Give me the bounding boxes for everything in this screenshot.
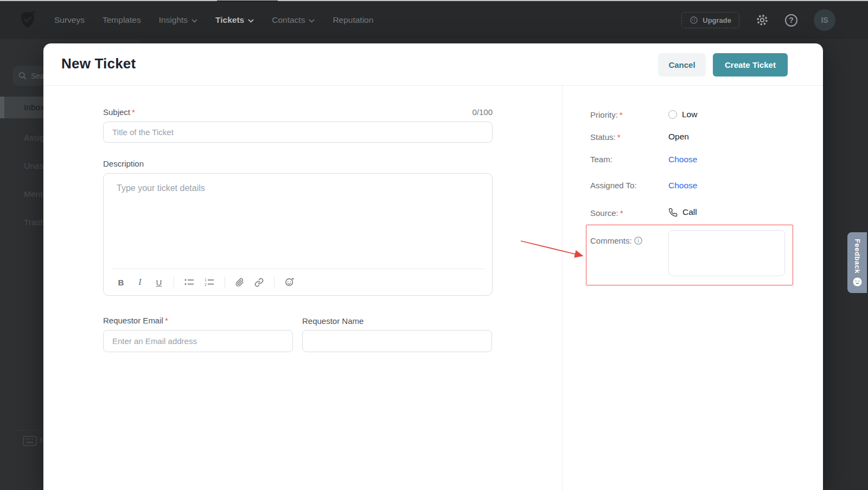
status-label: Status:* <box>590 132 621 142</box>
sidebar-footer-divider <box>15 430 42 431</box>
svg-text:1: 1 <box>205 278 207 282</box>
attach-file-button[interactable] <box>235 278 244 287</box>
description-label: Description <box>103 159 144 168</box>
requestor-name-label: Requestor Name <box>302 316 363 326</box>
user-avatar[interactable]: IS <box>814 9 835 31</box>
avatar-initials: IS <box>821 16 828 24</box>
numbered-list-icon: 1 2 <box>205 278 214 287</box>
modal-title: New Ticket <box>61 55 136 72</box>
link-icon <box>254 278 264 287</box>
nav-item-reputation[interactable]: Reputation <box>333 15 373 25</box>
priority-value: Low <box>668 110 697 119</box>
status-value[interactable]: Open <box>668 132 689 142</box>
requestor-email-label: Requestor Email* <box>103 316 168 325</box>
nav-label: Surveys <box>54 15 85 25</box>
help-button[interactable]: ? <box>785 14 797 27</box>
underline-button[interactable]: U <box>155 278 163 287</box>
modal-header: New Ticket Cancel Create Ticket <box>43 43 823 86</box>
chevron-down-icon <box>248 19 254 23</box>
subject-char-counter: 0/100 <box>103 107 493 117</box>
sidebar-item-label: Inbox <box>24 103 44 112</box>
source-label: Source:* <box>590 208 623 218</box>
question-mark-icon: ? <box>785 14 797 27</box>
new-ticket-modal: New Ticket Cancel Create Ticket Subject*… <box>43 43 823 490</box>
numbered-list-button[interactable]: 1 2 <box>205 278 214 287</box>
priority-value-text[interactable]: Low <box>682 110 697 119</box>
source-label-text: Source: <box>590 208 618 218</box>
nav-label: Tickets <box>215 15 244 25</box>
annotation-arrow <box>515 234 591 262</box>
chevron-down-icon <box>192 19 197 23</box>
feedback-tab[interactable]: Feedback <box>847 232 867 293</box>
app-root: Surveys Templates Insights Tickets Conta… <box>0 0 868 490</box>
requestor-name-input[interactable] <box>302 330 492 352</box>
emoji-button[interactable] <box>285 277 295 287</box>
bullet-list-icon <box>184 278 194 287</box>
subject-input[interactable] <box>103 122 493 143</box>
nav-item-contacts[interactable]: Contacts <box>272 15 315 25</box>
insert-link-button[interactable] <box>254 278 264 287</box>
smiley-icon <box>853 277 862 287</box>
phone-icon <box>668 208 678 217</box>
feedback-tab-label: Feedback <box>853 239 861 273</box>
comments-label-text: Comments: <box>590 236 632 245</box>
description-editor[interactable]: Type your ticket details B I U 1 <box>103 173 493 296</box>
upgrade-label: Upgrade <box>703 16 731 24</box>
team-choose-link[interactable]: Choose <box>668 155 697 164</box>
required-asterisk: * <box>620 110 623 119</box>
upgrade-icon <box>690 16 698 24</box>
keyboard-icon <box>23 436 37 446</box>
status-value-text: Open <box>668 132 689 142</box>
help-glyph: ? <box>789 16 794 24</box>
requestor-email-input[interactable] <box>103 330 293 352</box>
panel-divider <box>562 86 563 490</box>
comments-textarea[interactable] <box>668 230 785 276</box>
priority-label: Priority:* <box>590 110 623 119</box>
priority-label-text: Priority: <box>590 110 618 119</box>
comments-label: Comments: <box>590 236 642 245</box>
keyboard-shortcuts-button[interactable] <box>23 436 37 448</box>
team-label: Team: <box>590 155 612 164</box>
top-navbar: Surveys Templates Insights Tickets Conta… <box>0 1 868 39</box>
required-asterisk: * <box>620 208 623 218</box>
nav-label: Contacts <box>272 15 305 25</box>
chevron-down-icon <box>309 19 315 23</box>
brand-shield-icon <box>17 9 39 31</box>
required-asterisk: * <box>617 132 621 142</box>
search-icon <box>18 72 27 80</box>
main-nav: Surveys Templates Insights Tickets Conta… <box>54 1 373 39</box>
upgrade-button[interactable]: Upgrade <box>681 12 739 28</box>
settings-button[interactable] <box>756 14 769 27</box>
requestor-email-label-text: Requestor Email <box>103 316 163 325</box>
info-icon[interactable] <box>634 237 642 245</box>
nav-label: Reputation <box>333 15 373 25</box>
bullet-list-button[interactable] <box>184 278 194 287</box>
nav-label: Templates <box>103 15 141 25</box>
svg-text:2: 2 <box>205 283 207 287</box>
app-logo[interactable] <box>15 8 40 33</box>
modal-actions: Cancel Create Ticket <box>658 53 788 77</box>
paperclip-icon <box>235 278 244 287</box>
source-value[interactable]: Call <box>668 207 697 217</box>
nav-item-templates[interactable]: Templates <box>103 15 141 25</box>
nav-item-insights[interactable]: Insights <box>159 15 197 25</box>
priority-low-radio[interactable] <box>668 110 677 119</box>
italic-button[interactable]: I <box>136 277 144 287</box>
assigned-to-label: Assigned To: <box>590 181 637 190</box>
source-value-text: Call <box>682 207 697 217</box>
cancel-button[interactable]: Cancel <box>658 53 706 77</box>
nav-item-tickets[interactable]: Tickets <box>215 15 254 25</box>
sidebar-item-label: Trash <box>24 218 45 227</box>
nav-item-surveys[interactable]: Surveys <box>54 15 85 25</box>
editor-toolbar: B I U 1 2 <box>117 269 295 295</box>
required-asterisk: * <box>165 316 168 325</box>
navbar-right-cluster: Upgrade ? IS <box>681 1 835 39</box>
status-label-text: Status: <box>590 132 616 142</box>
toolbar-separator <box>225 277 225 288</box>
toolbar-separator <box>274 277 275 288</box>
assigned-to-choose-link[interactable]: Choose <box>668 181 697 190</box>
create-ticket-button[interactable]: Create Ticket <box>713 53 788 77</box>
nav-label: Insights <box>159 15 188 25</box>
gear-icon <box>756 14 769 27</box>
bold-button[interactable]: B <box>117 278 125 287</box>
